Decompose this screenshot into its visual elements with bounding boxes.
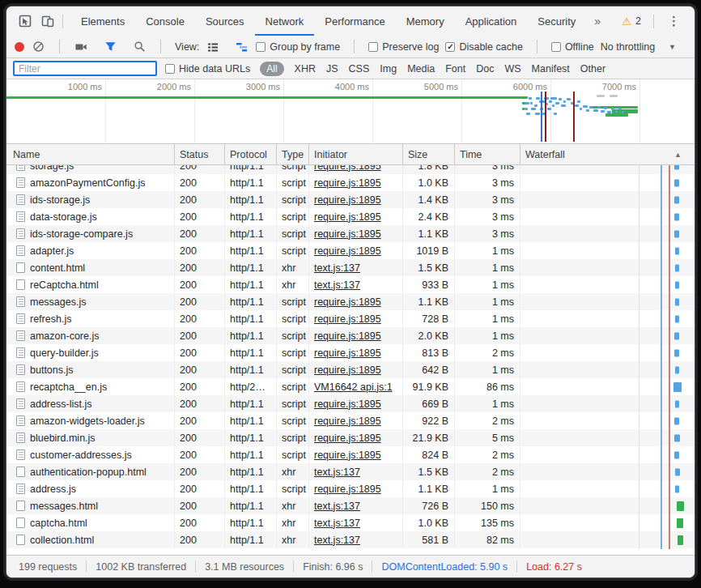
tab-security[interactable]: Security xyxy=(527,6,586,36)
filter-funnel-icon[interactable] xyxy=(103,40,117,54)
filter-ws[interactable]: WS xyxy=(504,63,520,75)
initiator-link[interactable]: require.js:1895 xyxy=(314,347,381,359)
initiator-link[interactable]: require.js:1895 xyxy=(314,296,381,308)
table-row[interactable]: customer-addresses.js 200 http/1.1 scrip… xyxy=(6,446,695,463)
script-file-icon xyxy=(16,313,25,324)
overview-request-dash xyxy=(525,108,528,110)
warnings-badge[interactable]: ⚠ 2 xyxy=(617,15,646,28)
clear-icon[interactable] xyxy=(31,40,45,54)
table-row[interactable]: recaptcha__en.js 200 http/2… script VM16… xyxy=(6,378,695,395)
search-icon[interactable] xyxy=(132,40,147,54)
filter-css[interactable]: CSS xyxy=(349,63,370,75)
initiator-link[interactable]: require.js:1895 xyxy=(314,228,381,240)
panel-tabs: ElementsConsoleSourcesNetworkPerformance… xyxy=(70,6,586,36)
more-panels-chevron[interactable]: » xyxy=(586,15,609,28)
initiator-link[interactable]: text.js:137 xyxy=(314,262,360,274)
table-row[interactable]: reCaptcha.html 200 http/1.1 xhr text.js:… xyxy=(6,276,695,293)
table-row[interactable]: query-builder.js 200 http/1.1 script req… xyxy=(6,344,695,361)
initiator-link[interactable]: require.js:1895 xyxy=(314,398,381,410)
column-header-type[interactable]: Type xyxy=(277,144,309,164)
screenshot-camera-icon[interactable] xyxy=(74,40,88,54)
initiator-link[interactable]: require.js:1895 xyxy=(314,364,381,376)
table-row[interactable]: amazon-core.js 200 http/1.1 script requi… xyxy=(6,327,695,344)
show-overview-icon[interactable] xyxy=(235,40,249,54)
table-row[interactable]: storage.js 200 http/1.1 script require.j… xyxy=(6,165,695,174)
table-row[interactable]: ids-storage.js 200 http/1.1 script requi… xyxy=(6,191,695,208)
filter-font[interactable]: Font xyxy=(445,63,465,75)
initiator-link[interactable]: require.js:1895 xyxy=(314,450,381,461)
initiator-link[interactable]: require.js:1895 xyxy=(314,313,381,325)
column-header-waterfall[interactable]: Waterfall ▲ xyxy=(520,144,695,164)
initiator-link[interactable]: require.js:1895 xyxy=(314,194,381,206)
table-row[interactable]: amazon-widgets-loader.js 200 http/1.1 sc… xyxy=(6,412,695,429)
filter-js[interactable]: JS xyxy=(326,63,338,75)
table-row[interactable]: messages.html 200 http/1.1 xhr text.js:1… xyxy=(6,497,695,514)
initiator-link[interactable]: VM16642 api.js:1 xyxy=(314,381,393,393)
filter-media[interactable]: Media xyxy=(407,63,435,75)
kebab-menu-icon[interactable]: ⋮ xyxy=(661,14,686,28)
table-row[interactable]: messages.js 200 http/1.1 script require.… xyxy=(6,293,695,310)
toggle-device-toolbar-icon[interactable] xyxy=(40,14,55,28)
filter-input[interactable] xyxy=(13,61,157,76)
column-header-initiator[interactable]: Initiator xyxy=(309,144,403,164)
initiator-link[interactable]: require.js:1895 xyxy=(314,177,381,189)
initiator-link[interactable]: text.js:137 xyxy=(314,467,360,478)
tab-console[interactable]: Console xyxy=(135,6,195,36)
table-row[interactable]: collection.html 200 http/1.1 xhr text.js… xyxy=(6,531,695,548)
filter-xhr[interactable]: XHR xyxy=(295,63,316,75)
initiator-link[interactable]: require.js:1895 xyxy=(314,415,381,427)
initiator-link[interactable]: text.js:137 xyxy=(314,518,360,529)
filter-manifest[interactable]: Manifest xyxy=(532,63,570,75)
tab-network[interactable]: Network xyxy=(255,6,315,36)
initiator-link[interactable]: require.js:1895 xyxy=(314,165,381,172)
table-row[interactable]: captcha.html 200 http/1.1 xhr text.js:13… xyxy=(6,514,695,531)
column-header-name[interactable]: Name xyxy=(6,144,175,164)
tab-sources[interactable]: Sources xyxy=(195,6,255,36)
tab-performance[interactable]: Performance xyxy=(314,6,395,36)
table-row[interactable]: buttons.js 200 http/1.1 script require.j… xyxy=(6,361,695,378)
column-header-protocol[interactable]: Protocol xyxy=(225,144,277,164)
column-header-time[interactable]: Time xyxy=(455,144,520,164)
table-row[interactable]: content.html 200 http/1.1 xhr text.js:13… xyxy=(6,259,695,276)
waterfall-bar xyxy=(677,501,684,511)
table-row[interactable]: address-list.js 200 http/1.1 script requ… xyxy=(6,395,695,412)
table-row[interactable]: adapter.js 200 http/1.1 script require.j… xyxy=(6,242,695,259)
table-row[interactable]: refresh.js 200 http/1.1 script require.j… xyxy=(6,310,695,327)
preserve-log-checkbox[interactable] xyxy=(368,42,378,52)
record-button[interactable] xyxy=(15,42,24,52)
initiator-link[interactable]: require.js:1895 xyxy=(314,211,381,223)
initiator-link[interactable]: require.js:1895 xyxy=(314,330,381,342)
filter-doc[interactable]: Doc xyxy=(476,63,494,75)
initiator-link[interactable]: text.js:137 xyxy=(314,279,360,291)
sort-arrow-icon[interactable]: ▲ xyxy=(674,151,682,159)
column-header-size[interactable]: Size xyxy=(403,144,455,164)
tab-elements[interactable]: Elements xyxy=(70,6,135,36)
disable-cache-checkbox[interactable] xyxy=(445,42,455,52)
table-row[interactable]: address.js 200 http/1.1 script require.j… xyxy=(6,480,695,497)
table-row[interactable]: amazonPaymentConfig.js 200 http/1.1 scri… xyxy=(6,174,695,191)
initiator-link[interactable]: require.js:1895 xyxy=(314,484,381,495)
initiator-link[interactable]: require.js:1895 xyxy=(314,432,381,444)
table-row[interactable]: authentication-popup.html 200 http/1.1 x… xyxy=(6,463,695,480)
table-row[interactable]: data-storage.js 200 http/1.1 script requ… xyxy=(6,208,695,225)
offline-checkbox[interactable] xyxy=(551,42,561,52)
table-row[interactable]: bluebird.min.js 200 http/1.1 script requ… xyxy=(6,429,695,446)
initiator-link[interactable]: text.js:137 xyxy=(314,535,360,546)
column-header-status[interactable]: Status xyxy=(175,144,225,164)
large-request-rows-icon[interactable] xyxy=(206,40,220,54)
script-file-icon xyxy=(16,245,25,256)
table-row[interactable]: ids-storage-compare.js 200 http/1.1 scri… xyxy=(6,225,695,242)
hide-data-urls-checkbox[interactable] xyxy=(165,64,175,74)
filter-other[interactable]: Other xyxy=(580,63,605,75)
filter-all[interactable]: All xyxy=(260,62,283,76)
request-protocol: http/1.1 xyxy=(225,208,277,225)
tab-memory[interactable]: Memory xyxy=(396,6,455,36)
filter-img[interactable]: Img xyxy=(380,63,397,75)
group-by-frame-checkbox[interactable] xyxy=(256,42,266,52)
tab-application[interactable]: Application xyxy=(455,6,528,36)
throttling-select[interactable]: No throttling ▼ xyxy=(601,41,686,53)
timeline-overview[interactable]: 1000 ms2000 ms3000 ms4000 ms5000 ms6000 … xyxy=(6,79,695,144)
inspect-element-icon[interactable] xyxy=(18,14,32,28)
initiator-link[interactable]: require.js:1895 xyxy=(314,245,381,257)
initiator-link[interactable]: text.js:137 xyxy=(314,501,360,512)
